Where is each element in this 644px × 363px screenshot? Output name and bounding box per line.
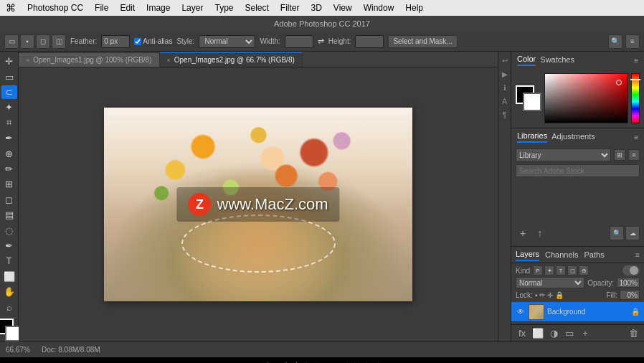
- layer-delete-btn[interactable]: 🗑: [627, 327, 640, 340]
- color-bg[interactable]: [523, 93, 541, 111]
- width-input[interactable]: [285, 35, 313, 48]
- layer-thumbnail: [529, 304, 544, 320]
- apple-menu[interactable]: ⌘: [6, 2, 16, 14]
- layer-fx-btn[interactable]: fx: [516, 327, 529, 340]
- marquee-tool[interactable]: ▭: [1, 70, 17, 83]
- library-view-list[interactable]: ≡: [628, 149, 640, 161]
- crop-tool[interactable]: ⌗: [1, 116, 17, 130]
- tab1-close[interactable]: ×: [26, 57, 29, 64]
- paths-tab-btn[interactable]: Paths: [584, 249, 605, 260]
- swap-icon[interactable]: ⇌: [318, 37, 324, 46]
- library-upload-btn[interactable]: ↑: [533, 226, 547, 240]
- para-icon[interactable]: ¶: [499, 109, 511, 121]
- layer-new-btn[interactable]: +: [579, 327, 592, 340]
- color-fg-bg[interactable]: [516, 85, 541, 111]
- char-icon[interactable]: A: [499, 95, 511, 107]
- select-mask-button[interactable]: Select and Mask...: [388, 35, 457, 48]
- menu-image[interactable]: Image: [146, 3, 170, 13]
- zoom-tool[interactable]: ⌕: [1, 301, 17, 314]
- info-icon[interactable]: ℹ: [499, 82, 511, 93]
- type-tool[interactable]: T: [1, 254, 17, 268]
- library-add-btn[interactable]: +: [516, 226, 530, 240]
- menu-window[interactable]: Window: [364, 3, 394, 13]
- feather-input[interactable]: [101, 35, 130, 48]
- eraser-tool[interactable]: ◻: [1, 193, 17, 207]
- anti-alias-check[interactable]: Anti-alias: [134, 37, 172, 45]
- libraries-panel-menu[interactable]: ≡: [634, 133, 638, 141]
- new-selection-btn[interactable]: ▭: [4, 34, 19, 49]
- layers-panel-menu[interactable]: ≡: [635, 251, 640, 259]
- libraries-tab[interactable]: Libraries: [517, 131, 547, 143]
- move-tool[interactable]: ✛: [1, 55, 17, 68]
- menu-select[interactable]: Select: [245, 3, 268, 13]
- style-select[interactable]: Normal Fixed Ratio Fixed Size: [199, 35, 255, 48]
- menu-help[interactable]: Help: [405, 3, 423, 13]
- filter-adjustment-btn[interactable]: ✦: [544, 265, 554, 275]
- search-icon-btn[interactable]: 🔍: [608, 34, 622, 49]
- lock-all-btn[interactable]: 🔒: [555, 291, 564, 299]
- layers-tab-btn[interactable]: Layers: [516, 248, 539, 261]
- menu-type[interactable]: Type: [214, 3, 233, 13]
- intersect-selection-btn[interactable]: ◫: [52, 34, 66, 49]
- menu-photoshop[interactable]: Photoshop CC: [27, 3, 83, 13]
- color-panel-menu[interactable]: ≡: [634, 57, 638, 65]
- magic-wand-tool[interactable]: ✦: [1, 100, 17, 114]
- filter-shape-btn[interactable]: ◻: [567, 265, 577, 275]
- swatches-tab[interactable]: Swatches: [540, 55, 574, 65]
- library-search[interactable]: [516, 164, 640, 177]
- opacity-input[interactable]: [617, 278, 640, 288]
- hand-tool[interactable]: ✋: [1, 285, 17, 298]
- menu-file[interactable]: File: [95, 3, 108, 13]
- lasso-tool[interactable]: ⊂: [1, 85, 17, 99]
- menu-3d[interactable]: 3D: [311, 3, 322, 13]
- pen-tool[interactable]: ✒: [1, 239, 17, 253]
- menu-layer[interactable]: Layer: [181, 3, 203, 13]
- tab-image2[interactable]: × Open_Images2.jpg @ 66.7% (RGB/8): [160, 52, 303, 67]
- history-icon[interactable]: ↩: [499, 55, 511, 66]
- subtract-selection-btn[interactable]: ◻: [36, 34, 50, 49]
- layer-row-background[interactable]: 👁 Background 🔒: [511, 302, 644, 322]
- color-spectrum[interactable]: [631, 73, 640, 123]
- height-input[interactable]: [355, 35, 384, 48]
- filter-pixel-btn[interactable]: P: [533, 265, 543, 275]
- color-gradient[interactable]: [544, 73, 628, 123]
- library-search-stock-btn[interactable]: 🔍: [610, 226, 624, 240]
- channels-tab-btn[interactable]: Channels: [545, 249, 578, 260]
- clone-tool[interactable]: ⊞: [1, 177, 17, 191]
- lock-image-btn[interactable]: ✏: [539, 291, 545, 299]
- adjustments-tab[interactable]: Adjustments: [551, 132, 595, 142]
- color-picker-cursor: [616, 80, 622, 85]
- shape-tool[interactable]: ⬜: [1, 270, 17, 283]
- layer-adjustment-btn[interactable]: ◑: [547, 327, 560, 340]
- healing-tool[interactable]: ⊕: [1, 146, 17, 160]
- add-selection-btn[interactable]: ▪: [20, 34, 34, 49]
- filter-type-btn[interactable]: T: [556, 265, 566, 275]
- filter-toggle[interactable]: [622, 265, 640, 275]
- fg-bg-color-selector[interactable]: [0, 319, 21, 341]
- lock-transparent-btn[interactable]: ▪: [535, 291, 538, 299]
- tabs-bar: × Open_Images1.jpg @ 100% (RGB/8) × Open…: [19, 52, 498, 67]
- dodge-tool[interactable]: ◌: [1, 223, 17, 237]
- menu-view[interactable]: View: [333, 3, 352, 13]
- fill-input[interactable]: [620, 290, 640, 300]
- menu-filter[interactable]: Filter: [280, 3, 300, 13]
- library-view-grid[interactable]: ⊞: [614, 149, 625, 161]
- filter-smartobj-btn[interactable]: ⊕: [579, 265, 589, 275]
- gradient-tool[interactable]: ▤: [1, 208, 17, 222]
- library-cloud-btn[interactable]: ☁: [625, 226, 640, 240]
- lock-position-btn[interactable]: ✛: [547, 291, 553, 299]
- kind-label: Kind: [516, 267, 530, 275]
- tab-image1[interactable]: × Open_Images1.jpg @ 100% (RGB/8): [19, 52, 160, 67]
- color-tab[interactable]: Color: [517, 55, 536, 66]
- layer-mask-btn[interactable]: ⬜: [531, 327, 544, 340]
- menu-edit[interactable]: Edit: [120, 3, 135, 13]
- brush-tool[interactable]: ✏: [1, 162, 17, 176]
- workspace-btn[interactable]: ≡: [625, 34, 640, 49]
- layer-visibility-eye[interactable]: 👁: [516, 307, 526, 317]
- tab2-close[interactable]: ×: [167, 57, 171, 64]
- layer-group-btn[interactable]: ▭: [563, 327, 576, 340]
- library-select[interactable]: Library: [516, 148, 611, 161]
- blend-mode-select[interactable]: Normal: [516, 277, 584, 288]
- actions-icon[interactable]: ▶: [499, 68, 511, 80]
- eyedropper-tool[interactable]: ✒: [1, 131, 17, 145]
